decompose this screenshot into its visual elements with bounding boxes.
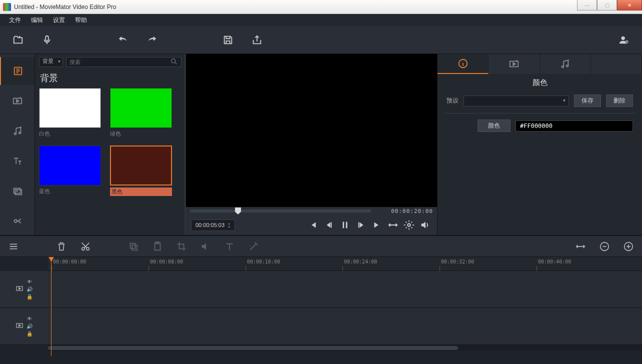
ruler-tick: 00:00:40:00 <box>538 259 571 264</box>
preset-delete-button[interactable]: 删除 <box>606 94 633 107</box>
timeline-menu-icon[interactable] <box>6 239 21 254</box>
track-lock-icon[interactable]: 🔒 <box>26 294 32 300</box>
svg-rect-21 <box>130 243 136 248</box>
frame-back-button[interactable] <box>322 218 336 232</box>
top-toolbar <box>0 26 642 54</box>
skip-end-button[interactable] <box>370 218 384 232</box>
playhead[interactable] <box>51 257 52 356</box>
menu-settings[interactable]: 设置 <box>49 14 69 26</box>
maximize-button[interactable]: ▢ <box>597 0 617 10</box>
thumbnail-0[interactable]: 白色 <box>39 88 101 138</box>
paste-button[interactable] <box>150 239 165 254</box>
zoom-in-button[interactable] <box>621 239 636 254</box>
svg-point-9 <box>16 190 18 192</box>
svg-rect-12 <box>342 222 344 228</box>
redo-button[interactable] <box>141 30 163 50</box>
track-visible-icon[interactable]: 👁 <box>27 279 32 284</box>
text-tool-button[interactable] <box>222 239 237 254</box>
thumbnail-3[interactable]: 黑色 <box>110 146 172 196</box>
tab-audio-icon[interactable] <box>0 117 34 145</box>
microphone-button[interactable] <box>36 30 58 50</box>
color-picker-button[interactable]: 颜色 <box>478 120 510 132</box>
track-body[interactable] <box>48 271 642 308</box>
ruler-tick: 00:00:08:00 <box>150 259 183 264</box>
track-visible-icon[interactable]: 👁 <box>27 316 32 322</box>
total-duration: 00:00:20:00 <box>391 208 433 214</box>
time-ruler[interactable]: 00:00:00:0000:00:08:0000:00:16:0000:00:2… <box>48 257 642 271</box>
current-time-input[interactable]: 00:00:05:03 ▲▼ <box>191 220 235 231</box>
svg-point-10 <box>14 220 16 222</box>
user-add-button[interactable] <box>613 30 635 50</box>
app-logo-icon <box>3 3 11 11</box>
search-placeholder: 搜索 <box>70 58 80 66</box>
menubar: 文件 编辑 设置 帮助 <box>0 14 642 26</box>
preset-dropdown[interactable] <box>464 96 569 106</box>
fit-button[interactable] <box>573 239 588 254</box>
cut-button[interactable] <box>78 239 93 254</box>
ruler-tick: 00:00:32:00 <box>441 259 474 264</box>
magic-button[interactable] <box>246 239 261 254</box>
track-audio-icon[interactable]: 🔊 <box>26 286 32 292</box>
minimize-button[interactable]: — <box>577 0 597 10</box>
close-button[interactable]: ✕ <box>617 0 642 10</box>
track-audio-icon[interactable]: 🔊 <box>26 324 32 329</box>
video-track-icon <box>16 322 24 332</box>
open-folder-button[interactable] <box>7 30 29 50</box>
menu-file[interactable]: 文件 <box>5 14 25 26</box>
delete-button[interactable] <box>54 239 69 254</box>
library-panel: 背景 搜索 背景 白色绿色蓝色黑色 <box>35 54 186 235</box>
menu-help[interactable]: 帮助 <box>71 14 91 26</box>
color-value-field[interactable]: #FF000000 <box>516 120 633 132</box>
loop-button[interactable] <box>386 218 400 232</box>
track-body[interactable] <box>48 308 642 344</box>
category-dropdown[interactable]: 背景 <box>39 57 63 67</box>
ruler-tick: 00:00:00:00 <box>53 259 86 264</box>
time-down-icon[interactable]: ▼ <box>228 226 230 228</box>
pause-button[interactable] <box>338 218 352 232</box>
save-button[interactable] <box>217 30 239 50</box>
thumbnail-1[interactable]: 绿色 <box>110 88 172 138</box>
copy-button[interactable] <box>126 239 141 254</box>
divider <box>444 113 635 114</box>
tab-image-icon[interactable] <box>0 177 34 205</box>
tab-media-icon[interactable] <box>0 57 34 85</box>
settings-button[interactable] <box>402 218 416 232</box>
tab-video-icon[interactable] <box>0 87 34 115</box>
scrub-handle[interactable] <box>235 208 241 214</box>
prop-tab-more[interactable] <box>591 54 642 74</box>
svg-point-14 <box>408 224 410 226</box>
zoom-out-button[interactable] <box>597 239 612 254</box>
menu-edit[interactable]: 编辑 <box>27 14 47 26</box>
frame-fwd-button[interactable] <box>354 218 368 232</box>
crop-button[interactable] <box>174 239 189 254</box>
time-up-icon[interactable]: ▲ <box>228 222 230 225</box>
svg-point-11 <box>172 59 176 63</box>
scrub-bar[interactable]: 00:00:20:00 <box>186 207 437 215</box>
prop-tab-info-icon[interactable] <box>438 54 488 74</box>
tab-effects-icon[interactable] <box>0 207 34 235</box>
video-track-1: 👁 🔊 🔒 <box>0 271 642 308</box>
mute-button[interactable] <box>198 239 213 254</box>
properties-panel: 颜色 预设 保存 删除 颜色 #FF000000 <box>437 54 642 235</box>
search-input[interactable]: 搜索 <box>66 57 182 67</box>
prop-tab-video-icon[interactable] <box>488 54 540 74</box>
prop-tab-audio-icon[interactable] <box>540 54 591 74</box>
ruler-tick: 00:00:24:00 <box>344 259 377 264</box>
tab-text-icon[interactable] <box>0 147 34 175</box>
preview-panel: 00:00:20:00 00:00:05:03 ▲▼ <box>186 54 437 235</box>
export-button[interactable] <box>246 30 268 50</box>
undo-button[interactable] <box>112 30 134 50</box>
thumbnail-2[interactable]: 蓝色 <box>39 146 101 196</box>
video-track-icon <box>16 284 24 294</box>
track-lock-icon[interactable]: 🔒 <box>26 331 32 336</box>
preview-screen[interactable] <box>186 54 437 207</box>
svg-point-5 <box>14 133 16 135</box>
preset-save-button[interactable]: 保存 <box>574 94 601 107</box>
svg-rect-13 <box>346 222 348 228</box>
left-tab-strip <box>0 54 35 235</box>
timeline-scrollbar[interactable] <box>48 345 642 351</box>
volume-button[interactable] <box>418 218 432 232</box>
svg-rect-0 <box>46 36 48 40</box>
skip-start-button[interactable] <box>306 218 320 232</box>
svg-point-18 <box>566 65 568 67</box>
